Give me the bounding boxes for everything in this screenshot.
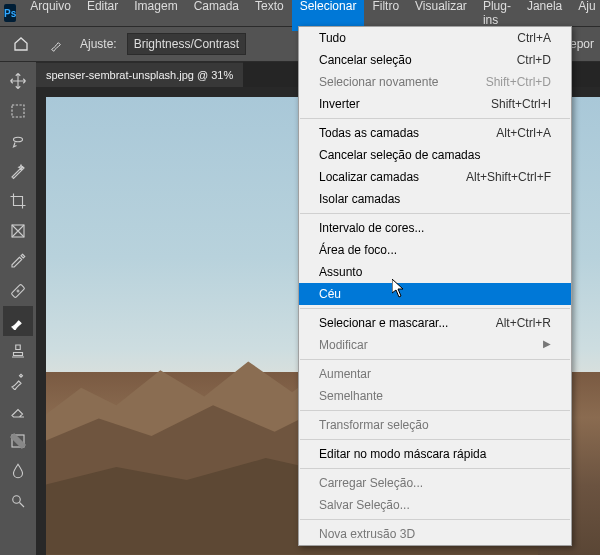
menu-item-label: Tudo <box>319 31 346 45</box>
menu-item-label: Carregar Seleção... <box>319 476 423 490</box>
svg-point-4 <box>13 496 21 504</box>
menu-editar[interactable]: Editar <box>79 0 126 31</box>
home-icon[interactable] <box>8 31 34 57</box>
eyedropper-tool[interactable] <box>3 246 33 276</box>
gradient-tool[interactable] <box>3 426 33 456</box>
menu-item-aumentar: Aumentar <box>299 363 571 385</box>
menu-separator <box>300 118 570 119</box>
menu-item-tudo[interactable]: TudoCtrl+A <box>299 27 571 49</box>
stamp-tool[interactable] <box>3 336 33 366</box>
tools-panel <box>0 62 36 555</box>
menu-imagem[interactable]: Imagem <box>126 0 185 31</box>
menu-item-label: Intervalo de cores... <box>319 221 424 235</box>
menu-separator <box>300 410 570 411</box>
menu-item-label: Cancelar seleção de camadas <box>319 148 480 162</box>
submenu-arrow-icon: ▶ <box>543 338 551 352</box>
selecionar-menu: TudoCtrl+ACancelar seleçãoCtrl+DSelecion… <box>298 26 572 546</box>
app-logo: Ps <box>4 4 16 22</box>
menu-item-shortcut: Shift+Ctrl+I <box>491 97 551 111</box>
menu-separator <box>300 439 570 440</box>
menu-separator <box>300 468 570 469</box>
blur-tool[interactable] <box>3 456 33 486</box>
move-tool[interactable] <box>3 66 33 96</box>
eraser-tool[interactable] <box>3 396 33 426</box>
menu-item-c-u[interactable]: Céu <box>299 283 571 305</box>
menu-item-modificar: Modificar▶ <box>299 334 571 356</box>
brush-tool[interactable] <box>3 306 33 336</box>
menu-item-semelhante: Semelhante <box>299 385 571 407</box>
menu-item-assunto[interactable]: Assunto <box>299 261 571 283</box>
menu-separator <box>300 213 570 214</box>
menu-item-label: Céu <box>319 287 341 301</box>
menu-item-label: Selecionar e mascarar... <box>319 316 448 330</box>
menu-item-label: Cancelar seleção <box>319 53 412 67</box>
menu-item-label: Assunto <box>319 265 362 279</box>
menu-item-label: Semelhante <box>319 389 383 403</box>
menu-texto[interactable]: Texto <box>247 0 292 31</box>
menu-item-shortcut: Ctrl+D <box>517 53 551 67</box>
menu-camada[interactable]: Camada <box>186 0 247 31</box>
menu-separator <box>300 359 570 360</box>
menu-item-label: Aumentar <box>319 367 371 381</box>
frame-tool[interactable] <box>3 216 33 246</box>
menubar: Ps ArquivoEditarImagemCamadaTextoSelecio… <box>0 0 600 26</box>
menu-item-label: Inverter <box>319 97 360 111</box>
menu-item-label: Editar no modo máscara rápida <box>319 447 486 461</box>
tool-preset-icon[interactable] <box>44 31 70 57</box>
menu-item-label: Transformar seleção <box>319 418 429 432</box>
menu-item-label: Modificar <box>319 338 368 352</box>
menu-item-label: Localizar camadas <box>319 170 419 184</box>
menu-item-nova-extrus-o-3d: Nova extrusão 3D <box>299 523 571 545</box>
menu-item-rea-de-foco[interactable]: Área de foco... <box>299 239 571 261</box>
menu-item-editar-no-modo-m-scara-r-pida[interactable]: Editar no modo máscara rápida <box>299 443 571 465</box>
lasso-tool[interactable] <box>3 126 33 156</box>
menu-item-shortcut: Shift+Ctrl+D <box>486 75 551 89</box>
menu-item-cancelar-sele-o[interactable]: Cancelar seleçãoCtrl+D <box>299 49 571 71</box>
menu-item-label: Salvar Seleção... <box>319 498 410 512</box>
menu-arquivo[interactable]: Arquivo <box>22 0 79 31</box>
menu-item-cancelar-sele-o-de-camadas[interactable]: Cancelar seleção de camadas <box>299 144 571 166</box>
menu-item-localizar-camadas[interactable]: Localizar camadasAlt+Shift+Ctrl+F <box>299 166 571 188</box>
menu-item-shortcut: Alt+Ctrl+A <box>496 126 551 140</box>
menu-item-todas-as-camadas[interactable]: Todas as camadasAlt+Ctrl+A <box>299 122 571 144</box>
wand-tool[interactable] <box>3 156 33 186</box>
menu-item-selecionar-novamente: Selecionar novamenteShift+Ctrl+D <box>299 71 571 93</box>
menu-item-transformar-sele-o: Transformar seleção <box>299 414 571 436</box>
adjust-label: Ajuste: <box>80 37 117 51</box>
menu-item-inverter[interactable]: InverterShift+Ctrl+I <box>299 93 571 115</box>
menu-item-label: Isolar camadas <box>319 192 400 206</box>
menu-separator <box>300 308 570 309</box>
menu-item-carregar-sele-o: Carregar Seleção... <box>299 472 571 494</box>
history-brush-tool[interactable] <box>3 366 33 396</box>
menu-item-isolar-camadas[interactable]: Isolar camadas <box>299 188 571 210</box>
menu-aju[interactable]: Aju <box>570 0 600 31</box>
svg-rect-0 <box>12 105 24 117</box>
menu-separator <box>300 519 570 520</box>
marquee-tool[interactable] <box>3 96 33 126</box>
menu-item-shortcut: Ctrl+A <box>517 31 551 45</box>
menu-item-shortcut: Alt+Ctrl+R <box>496 316 551 330</box>
dodge-tool[interactable] <box>3 486 33 516</box>
menu-item-salvar-sele-o: Salvar Seleção... <box>299 494 571 516</box>
crop-tool[interactable] <box>3 186 33 216</box>
adjust-dropdown[interactable]: Brightness/Contrast <box>127 33 246 55</box>
menu-item-label: Nova extrusão 3D <box>319 527 415 541</box>
menu-item-label: Todas as camadas <box>319 126 419 140</box>
menu-item-selecionar-e-mascarar[interactable]: Selecionar e mascarar...Alt+Ctrl+R <box>299 312 571 334</box>
menu-item-label: Área de foco... <box>319 243 397 257</box>
menu-item-intervalo-de-cores[interactable]: Intervalo de cores... <box>299 217 571 239</box>
document-tab[interactable]: spenser-sembrat-unsplash.jpg @ 31% <box>36 62 243 87</box>
menu-item-shortcut: Alt+Shift+Ctrl+F <box>466 170 551 184</box>
menu-item-label: Selecionar novamente <box>319 75 438 89</box>
healing-tool[interactable] <box>3 276 33 306</box>
